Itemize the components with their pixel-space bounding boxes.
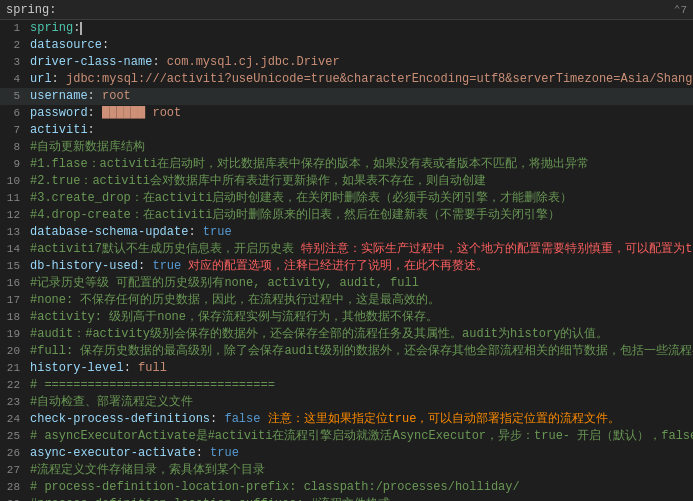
line-content-8: #自动更新数据库结构 <box>28 139 689 156</box>
token: : <box>88 106 102 120</box>
line-4: 4 url: jdbc:mysql:///activiti?useUnicode… <box>0 71 693 88</box>
token: #activity <box>30 310 95 324</box>
line-3: 3 driver-class-name: com.mysql.cj.jdbc.D… <box>0 54 693 71</box>
line-content-10: #2.true：activiti会对数据库中所有表进行更新操作，如果表不存在，则… <box>28 173 689 190</box>
line-content-28: # process-definition-location-prefix: cl… <box>28 479 689 496</box>
line-13: 13 database-schema-update: true <box>0 224 693 241</box>
line-content-2: datasource: <box>28 37 689 54</box>
line-1: 1spring: <box>0 20 693 37</box>
token: activiti <box>92 174 150 188</box>
line-number-7: 7 <box>0 122 28 139</box>
line-10: 10 #2.true：activiti会对数据库中所有表进行更新操作，如果表不存… <box>0 173 693 190</box>
line-21: 21 history-level: full <box>0 360 693 377</box>
line-number-6: 6 <box>0 105 28 122</box>
token: 特别注意：实际生产过程中，这个地方的配置需要特别慎重，可以配置为true，或者f… <box>294 242 693 256</box>
line-number-12: 12 <box>0 207 28 224</box>
line-content-21: history-level: full <box>28 360 689 377</box>
token: 启动时创建表，在关闭时删除表（必须手动关闭引擎，才能删除表） <box>212 191 572 205</box>
token: : 保存历史数据的最高级别，除了会保存audit级别的数据外，还会保存其他全部流… <box>66 344 693 358</box>
token: #自动更新数据库结构 <box>30 140 145 154</box>
line-16: 16 #记录历史等级 可配置的历史级别有none, activity, audi… <box>0 275 693 292</box>
line-content-27: #流程定义文件存储目录，索具体到某个目录 <box>28 462 689 479</box>
line-content-20: #full: 保存历史数据的最高级别，除了会保存audit级别的数据外，还会保存… <box>28 343 693 360</box>
line-content-14: #activiti7默认不生成历史信息表，开启历史表 特别注意：实际生产过程中，… <box>28 241 693 258</box>
line-19: 19 #audit：#activity级别会保存的数据外，还会保存全部的流程任务… <box>0 326 693 343</box>
token: #自动检查、部署流程定义文件 <box>30 395 193 409</box>
line-content-19: #audit：#activity级别会保存的数据外，还会保存全部的流程任务及其属… <box>28 326 689 343</box>
line-29: 29 #process-definition-location-suffixes… <box>0 496 693 501</box>
line-number-21: 21 <box>0 360 28 377</box>
editor-toolbar: spring: ⌃7 <box>0 0 693 20</box>
token: async-executor-activate <box>30 446 196 460</box>
token: history-level <box>30 361 124 375</box>
token: : <box>138 259 152 273</box>
token: db-history-used <box>30 259 138 273</box>
token: 启动时删除原来的旧表，然后在创建新表（不需要手动关闭引擎） <box>212 208 560 222</box>
token: : <box>124 361 138 375</box>
line-number-8: 8 <box>0 139 28 156</box>
line-content-3: driver-class-name: com.mysql.cj.jdbc.Dri… <box>28 54 689 71</box>
line-number-27: 27 <box>0 462 28 479</box>
line-number-28: 28 <box>0 479 28 496</box>
fold-button[interactable]: ⌃7 <box>674 3 687 16</box>
line-content-22: # ================================ <box>28 377 689 394</box>
line-27: 27 #流程定义文件存储目录，索具体到某个目录 <box>0 462 693 479</box>
token: full <box>138 361 167 375</box>
token: driver-class-name <box>30 55 152 69</box>
token: #activiti7 <box>30 242 102 256</box>
line-18: 18 #activity: 级别高于none，保存流程实例与流程行为，其他数据不… <box>0 309 693 326</box>
line-28: 28 # process-definition-location-prefix:… <box>0 479 693 496</box>
token: #4.drop-create <box>30 208 131 222</box>
line-number-9: 9 <box>0 156 28 173</box>
token: check-process-definitions <box>30 412 210 426</box>
token: ：在 <box>131 208 155 222</box>
token: : <box>52 72 66 86</box>
token: activiti <box>155 191 213 205</box>
line-number-19: 19 <box>0 326 28 343</box>
line-9: 9 #1.flase：activiti在启动时，对比数据库表中保存的版本，如果没… <box>0 156 693 173</box>
line-7: 7 activiti: <box>0 122 693 139</box>
token: true <box>210 446 239 460</box>
line-number-4: 4 <box>0 71 28 88</box>
token: ： <box>80 174 92 188</box>
line-content-1: spring: <box>28 20 689 37</box>
token: : <box>88 123 95 137</box>
line-content-15: db-history-used: true 对应的配置选项，注释已经进行了说明，… <box>28 258 689 275</box>
token: : 不保存任何的历史数据，因此，在流程执行过程中，这是最高效的。 <box>66 293 440 307</box>
line-6: 6 password: ██████ root <box>0 105 693 122</box>
token: : classpath:/processes/holliday/ <box>289 480 519 494</box>
token: datasource <box>30 38 102 52</box>
token: #activity <box>85 327 150 341</box>
line-22: 22 # ================================ <box>0 377 693 394</box>
token: ： <box>73 327 85 341</box>
token: username <box>30 89 88 103</box>
line-23: 23 #自动检查、部署流程定义文件 <box>0 394 693 411</box>
token: activiti <box>30 123 88 137</box>
line-8: 8 #自动更新数据库结构 <box>0 139 693 156</box>
line-number-17: 17 <box>0 292 28 309</box>
line-content-13: database-schema-update: true <box>28 224 689 241</box>
line-content-9: #1.flase：activiti在启动时，对比数据库表中保存的版本，如果没有表… <box>28 156 689 173</box>
line-content-16: #记录历史等级 可配置的历史级别有none, activity, audit, … <box>28 275 689 292</box>
token: ：在 <box>131 191 155 205</box>
line-number-20: 20 <box>0 343 28 360</box>
token: : <box>102 38 109 52</box>
token: ： <box>88 157 100 171</box>
line-content-5: username: root <box>28 88 689 105</box>
token: #process-definition-location-suffixes <box>30 497 296 501</box>
line-11: 11 #3.create_drop：在activiti启动时创建表，在关闭时删除… <box>0 190 693 207</box>
token: : <box>88 89 102 103</box>
code-content: 1spring:2 datasource:3 driver-class-name… <box>0 20 693 501</box>
token: 在流程引擎启动就激活AsyncExecutor，异步：true- 开启（默认），… <box>272 429 693 443</box>
line-content-6: password: ██████ root <box>28 105 689 122</box>
token: 对应的配置选项，注释已经进行了说明，在此不再赘述。 <box>181 259 488 273</box>
text-cursor <box>80 22 82 35</box>
line-number-5: 5 <box>0 88 28 105</box>
code-editor[interactable]: spring: ⌃7 1spring:2 datasource:3 driver… <box>0 0 693 501</box>
token: #2.true <box>30 174 80 188</box>
token: 注意：这里如果指定位true，可以自动部署指定位置的流程文件。 <box>260 412 620 426</box>
line-25: 25 # asyncExecutorActivate是#activiti在流程引… <box>0 428 693 445</box>
line-number-16: 16 <box>0 275 28 292</box>
line-17: 17 #none: 不保存任何的历史数据，因此，在流程执行过程中，这是最高效的。 <box>0 292 693 309</box>
line-content-29: #process-definition-location-suffixes: #… <box>28 496 689 501</box>
